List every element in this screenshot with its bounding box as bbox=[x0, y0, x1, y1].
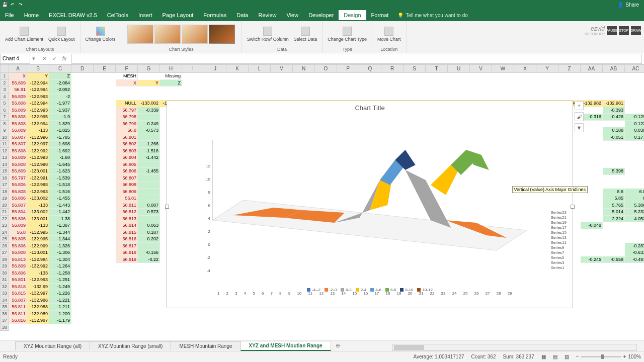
view-break-icon[interactable]: ▧ bbox=[565, 354, 569, 359]
chart-object[interactable]: + 🖌 ▼ Chart Title bbox=[167, 101, 573, 308]
cell-AC28[interactable]: -0.497 bbox=[625, 256, 644, 263]
cell-AA7[interactable]: -0.316 bbox=[581, 114, 603, 121]
chart-filters-icon[interactable]: ▼ bbox=[575, 123, 584, 132]
cell-C20[interactable]: -1.443 bbox=[49, 202, 71, 209]
row-header-32[interactable]: 32 bbox=[0, 284, 9, 291]
row-header-33[interactable]: 33 bbox=[0, 290, 9, 297]
cell-A33[interactable]: 56.815 bbox=[9, 290, 27, 297]
cell-B25[interactable]: -132.995 bbox=[27, 236, 49, 243]
row-header-36[interactable]: 36 bbox=[0, 311, 9, 318]
cell-C34[interactable]: -1.221 bbox=[49, 297, 71, 304]
cell-AB21[interactable]: 5.014 bbox=[603, 209, 625, 216]
cell-G22[interactable] bbox=[138, 216, 160, 223]
cell-B12[interactable]: -132.992 bbox=[27, 148, 49, 155]
cell-AC20[interactable]: 5.388 bbox=[625, 202, 644, 209]
cell-C16[interactable]: -1.539 bbox=[49, 175, 71, 182]
cell-B20[interactable]: -133 bbox=[27, 202, 49, 209]
cell-B3[interactable]: -132.994 bbox=[27, 86, 49, 94]
cell-A30[interactable]: 56.806 bbox=[9, 270, 27, 277]
cell-C21[interactable]: -1.442 bbox=[49, 209, 71, 216]
cell-C3[interactable]: -2.052 bbox=[49, 86, 71, 94]
cell-C28[interactable]: -1.304 bbox=[49, 256, 71, 263]
cell-A14[interactable]: 56.808 bbox=[9, 161, 27, 168]
col-header-F[interactable]: F bbox=[116, 64, 138, 73]
row-header-3[interactable]: 3 bbox=[0, 86, 9, 94]
row-header-23[interactable]: 23 bbox=[0, 222, 9, 229]
cell-G9[interactable]: -0.573 bbox=[138, 127, 160, 134]
ezvid-draw-button[interactable]: DRAW bbox=[631, 26, 641, 35]
spreadsheet-grid[interactable]: ABCDEFGHIJKLMNOPQRSTUVWXYZAAABAC 1234567… bbox=[0, 64, 644, 331]
cell-C7[interactable]: -1.9 bbox=[49, 114, 71, 121]
cell-B5[interactable]: -132.994 bbox=[27, 100, 49, 107]
col-header-O[interactable]: O bbox=[315, 64, 337, 73]
chart-styles-icon[interactable]: 🖌 bbox=[575, 112, 584, 121]
cell-F21[interactable]: 56.812 bbox=[116, 209, 138, 216]
cell-G11[interactable]: -1.266 bbox=[138, 141, 160, 148]
row-header-13[interactable]: 13 bbox=[0, 154, 9, 161]
tab-design[interactable]: Design bbox=[339, 10, 366, 20]
cell-AA5[interactable]: -132.982 bbox=[581, 100, 603, 107]
move-chart-button[interactable]: Move Chart bbox=[375, 26, 403, 43]
cell-C12[interactable]: -1.692 bbox=[49, 148, 71, 155]
cell-A27[interactable]: 56.808 bbox=[9, 249, 27, 256]
row-header-9[interactable]: 9 bbox=[0, 127, 9, 134]
cell-G7[interactable] bbox=[138, 114, 160, 121]
cell-AC9[interactable]: 0.039 bbox=[625, 127, 644, 134]
tab-file[interactable]: File bbox=[0, 10, 19, 20]
cell-B7[interactable]: -132.995 bbox=[27, 114, 49, 121]
col-header-H[interactable]: H bbox=[160, 64, 182, 73]
cell-AC22[interactable]: 4.053 bbox=[625, 216, 644, 223]
cell-B14[interactable]: -132.998 bbox=[27, 161, 49, 168]
zoom-slider[interactable] bbox=[581, 356, 621, 357]
cell-C31[interactable]: -1.251 bbox=[49, 277, 71, 284]
col-header-D[interactable]: D bbox=[71, 64, 94, 73]
cell-G25[interactable]: 0.202 bbox=[138, 236, 160, 243]
change-chart-type-button[interactable]: Change Chart Type bbox=[326, 26, 369, 43]
cell-B1[interactable]: Y bbox=[27, 73, 49, 80]
cell-A29[interactable]: 56.809 bbox=[9, 263, 27, 270]
cell-F23[interactable]: 56.814 bbox=[116, 222, 138, 229]
col-header-W[interactable]: W bbox=[492, 64, 514, 73]
col-header-J[interactable]: J bbox=[204, 64, 226, 73]
name-box[interactable]: Chart 4 bbox=[0, 54, 30, 64]
cell-G15[interactable]: -1.455 bbox=[138, 168, 160, 175]
cell-A1[interactable]: X bbox=[9, 73, 27, 80]
cell-B30[interactable]: -133 bbox=[27, 270, 49, 277]
col-header-AC[interactable]: AC bbox=[625, 64, 644, 73]
tab-data[interactable]: Data bbox=[231, 10, 253, 20]
zoom-level[interactable]: 100% bbox=[628, 354, 641, 359]
cell-A11[interactable]: 56.807 bbox=[9, 141, 27, 148]
cell-C4[interactable]: -2 bbox=[49, 94, 71, 101]
cell-AC26[interactable]: -0.287 bbox=[625, 243, 644, 250]
cell-G20[interactable]: 0.087 bbox=[138, 202, 160, 209]
cell-B8[interactable]: -132.994 bbox=[27, 121, 49, 128]
cell-AB19[interactable]: 5.85 bbox=[603, 195, 625, 202]
cell-F22[interactable]: 56.813 bbox=[116, 216, 138, 223]
sheet-tab-3[interactable]: XYZ and MESH Moutian Range bbox=[240, 341, 331, 351]
cell-F2[interactable]: X bbox=[116, 80, 138, 87]
cell-B34[interactable]: -132.986 bbox=[27, 297, 49, 304]
formula-bar[interactable] bbox=[71, 54, 642, 64]
cell-A12[interactable]: 56.808 bbox=[9, 148, 27, 155]
cell-A4[interactable]: 56.809 bbox=[9, 94, 27, 101]
cell-C18[interactable]: -1.516 bbox=[49, 189, 71, 196]
cell-AC19[interactable]: 8 bbox=[625, 195, 644, 202]
cell-C32[interactable]: -1.249 bbox=[49, 284, 71, 291]
row-header-26[interactable]: 26 bbox=[0, 243, 9, 250]
cell-C25[interactable]: -1.344 bbox=[49, 236, 71, 243]
share-button[interactable]: 👤 Share bbox=[614, 2, 642, 8]
cell-B18[interactable]: -132.993 bbox=[27, 189, 49, 196]
col-header-I[interactable]: I bbox=[182, 64, 204, 73]
cell-A17[interactable]: 56.806 bbox=[9, 182, 27, 189]
row-header-24[interactable]: 24 bbox=[0, 229, 9, 236]
cell-AB28[interactable]: -0.558 bbox=[603, 256, 625, 263]
cell-C19[interactable]: -1.455 bbox=[49, 195, 71, 202]
sheet-tab-1[interactable]: XYZ Mountian Range (small) bbox=[90, 341, 171, 350]
cell-B6[interactable]: -132.993 bbox=[27, 107, 49, 114]
cell-AB15[interactable]: 5.398 bbox=[603, 168, 625, 175]
cell-C23[interactable]: -1.387 bbox=[49, 222, 71, 229]
cell-B11[interactable]: -132.997 bbox=[27, 141, 49, 148]
col-header-Z[interactable]: Z bbox=[558, 64, 581, 73]
tab-review[interactable]: Review bbox=[253, 10, 281, 20]
cell-AB20[interactable]: 5.765 bbox=[603, 202, 625, 209]
